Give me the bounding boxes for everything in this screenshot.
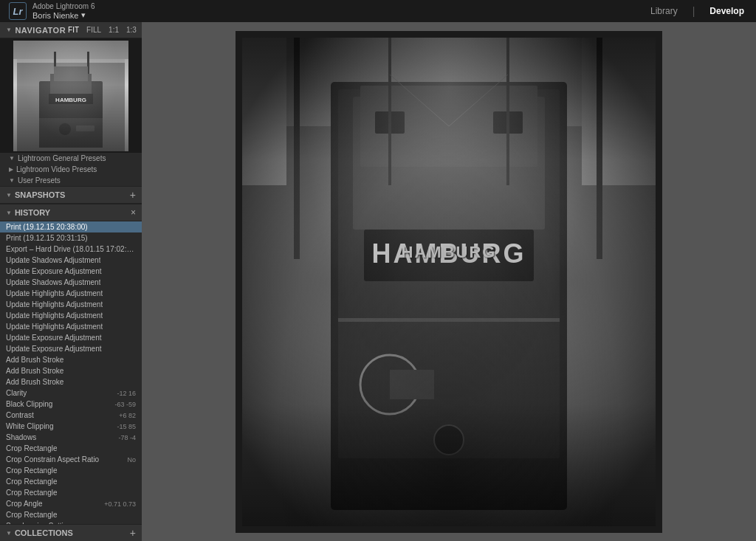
svg-rect-21 <box>331 82 567 510</box>
history-item[interactable]: White Clipping-15 85 <box>0 421 142 432</box>
history-item[interactable]: Crop Rectangle <box>0 443 142 454</box>
navigator-header[interactable]: ▼ Navigator FIT FILL 1:1 1:3 <box>0 22 142 38</box>
history-label: History <box>15 208 50 217</box>
collections-label: Collections <box>15 528 73 537</box>
history-item[interactable]: Crop Rectangle <box>0 476 142 487</box>
svg-rect-9 <box>54 66 88 81</box>
svg-rect-20 <box>597 38 602 259</box>
collections-add-btn[interactable]: + <box>130 528 136 538</box>
history-header-left: ▼ History <box>6 208 50 217</box>
svg-rect-2 <box>13 41 17 151</box>
history-item-values: +6 82 <box>119 412 136 419</box>
history-item[interactable]: Crop Rectangle <box>0 487 142 498</box>
fit-btn-1-1[interactable]: 1:1 <box>106 25 121 35</box>
svg-text:HAMBURG: HAMBURG <box>372 238 526 269</box>
history-header[interactable]: ▼ History × <box>0 204 142 221</box>
photo-container: HAMBURG <box>236 31 662 533</box>
navigator-triangle: ▼ <box>6 27 12 33</box>
preset-general[interactable]: ▼ Lightroom General Presets <box>0 153 142 164</box>
history-close-btn[interactable]: × <box>131 207 136 218</box>
history-item-label: Crop Rectangle <box>6 466 57 475</box>
history-item[interactable]: Contrast+6 82 <box>0 410 142 421</box>
app-info: Adobe Lightroom 6 Boris Nienke ▾ <box>32 2 95 20</box>
history-item[interactable]: Update Exposure Adjustment <box>0 332 142 343</box>
svg-rect-26 <box>493 111 523 134</box>
svg-rect-12 <box>39 118 103 148</box>
svg-point-13 <box>59 123 71 135</box>
history-item-label: Export – Hard Drive (18.01.15 17:02:29) <box>6 245 136 253</box>
library-nav[interactable]: Library <box>647 6 681 16</box>
preset-general-triangle: ▼ <box>9 155 15 162</box>
fit-btn-fit[interactable]: FIT <box>66 25 81 35</box>
history-item[interactable]: Clarity-12 16 <box>0 387 142 399</box>
preset-general-label: Lightroom General Presets <box>18 154 106 162</box>
history-item-label: Crop Angle <box>6 500 42 508</box>
history-item[interactable]: Crop Angle+0.71 0.73 <box>0 498 142 509</box>
user-name: Boris Nienke ▾ <box>32 10 95 20</box>
history-list[interactable]: Print (19.12.15 20:38:00)Print (19.12.15… <box>0 221 142 524</box>
collections-header-left: ▼ Collections <box>6 528 73 537</box>
fit-btn-fill[interactable]: FILL <box>84 25 103 35</box>
history-item[interactable]: Add Brush Stroke <box>0 365 142 376</box>
history-item-label: Crop Rectangle <box>6 511 57 519</box>
history-item-label: Update Highlights Adjustment <box>6 289 103 297</box>
left-panel: ▼ Navigator FIT FILL 1:1 1:3 <box>0 22 142 541</box>
history-item[interactable]: Update Exposure Adjustment <box>0 343 142 354</box>
history-item[interactable]: Crop Constrain Aspect RatioNo <box>0 454 142 465</box>
history-item-label: Update Exposure Adjustment <box>6 334 102 342</box>
svg-rect-39 <box>242 38 656 526</box>
history-item[interactable]: Update Shadows Adjustment <box>0 277 142 288</box>
snapshots-header[interactable]: ▼ Snapshots + <box>0 186 142 204</box>
develop-nav[interactable]: Develop <box>707 6 747 16</box>
history-item-label: Update Highlights Adjustment <box>6 311 103 320</box>
history-item[interactable]: Add Brush Stroke <box>0 376 142 387</box>
svg-rect-24 <box>360 86 537 167</box>
history-item[interactable]: Add Brush Stroke <box>0 354 142 365</box>
top-bar: Lr Adobe Lightroom 6 Boris Nienke ▾ Libr… <box>0 0 756 22</box>
history-item[interactable]: Update Highlights Adjustment <box>0 299 142 310</box>
history-item[interactable]: Crop Rectangle <box>0 465 142 476</box>
snapshots-add-btn[interactable]: + <box>130 190 136 200</box>
preset-video[interactable]: ▶ Lightroom Video Presets <box>0 164 142 175</box>
svg-rect-22 <box>338 89 560 458</box>
app-name: Adobe Lightroom 6 <box>32 2 95 10</box>
svg-rect-0 <box>13 41 128 151</box>
history-item[interactable]: Update Highlights Adjustment <box>0 288 142 299</box>
fit-btn-1-3[interactable]: 1:3 <box>124 25 139 35</box>
history-item[interactable]: Shadows-78 -4 <box>0 432 142 443</box>
history-item-label: Crop Rectangle <box>6 489 57 497</box>
svg-rect-10 <box>49 94 93 104</box>
history-triangle: ▼ <box>6 210 12 216</box>
history-item[interactable]: Export – Hard Drive (18.01.15 17:02:29) <box>0 244 142 255</box>
preview-svg: HAMBURG <box>13 41 128 151</box>
history-item[interactable]: Update Shadows Adjustment <box>0 255 142 266</box>
history-item-label: Add Brush Stroke <box>6 367 63 375</box>
preset-user[interactable]: ▼ User Presets <box>0 175 142 186</box>
history-item-values: +0.71 0.73 <box>104 500 136 508</box>
svg-rect-18 <box>582 38 656 185</box>
history-item[interactable]: Update Highlights Adjustment <box>0 321 142 332</box>
center-area: HAMBURG <box>142 22 756 541</box>
collections-header[interactable]: ▼ Collections + <box>0 524 142 541</box>
svg-rect-3 <box>125 41 128 151</box>
photo-bw: HAMBURG <box>242 38 656 526</box>
preset-user-triangle: ▼ <box>9 177 15 184</box>
history-item-label: Add Brush Stroke <box>6 356 63 364</box>
presets-section: ▼ Lightroom General Presets ▶ Lightroom … <box>0 153 142 186</box>
svg-rect-8 <box>50 74 92 100</box>
history-item-label: Crop Constrain Aspect Ratio <box>6 455 99 464</box>
history-item[interactable]: Black Clipping-63 -59 <box>0 399 142 410</box>
history-item-label: Update Shadows Adjustment <box>6 256 100 264</box>
history-item[interactable]: Print (19.12.15 20:31:15) <box>0 232 142 244</box>
history-item[interactable]: Update Exposure Adjustment <box>0 266 142 277</box>
history-item[interactable]: Crop Rectangle <box>0 509 142 520</box>
history-item-label: Update Highlights Adjustment <box>6 300 103 309</box>
history-item[interactable]: Print (19.12.15 20:38:00) <box>0 221 142 232</box>
preset-user-label: User Presets <box>18 176 61 185</box>
history-item-label: Clarity <box>6 389 27 397</box>
main-content: ▼ Navigator FIT FILL 1:1 1:3 <box>0 22 756 541</box>
svg-text:HAMBURG: HAMBURG <box>55 97 86 103</box>
svg-rect-30 <box>360 355 419 414</box>
history-item-label: Update Exposure Adjustment <box>6 267 102 275</box>
history-item[interactable]: Update Highlights Adjustment <box>0 310 142 321</box>
